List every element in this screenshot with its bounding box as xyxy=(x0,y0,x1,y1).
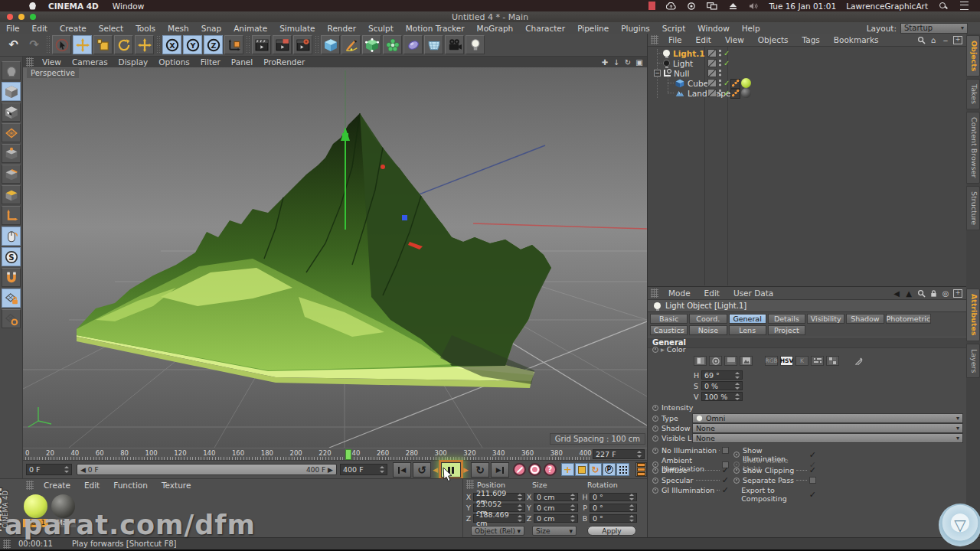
add-camera-button[interactable] xyxy=(445,35,464,54)
object-row-light[interactable]: Light ✓ xyxy=(648,58,966,68)
viewport-canvas[interactable] xyxy=(23,67,647,448)
layer-toggle[interactable] xyxy=(707,79,717,87)
attr-menu-edit[interactable]: Edit xyxy=(697,289,727,298)
tweak-mode-button[interactable] xyxy=(2,227,21,246)
rgb-mode-button[interactable]: RGB xyxy=(765,356,778,366)
menu-edit[interactable]: Edit xyxy=(26,24,54,33)
render-settings-button[interactable] xyxy=(293,35,312,54)
autokeying-button[interactable] xyxy=(528,463,541,476)
enabled-check-icon[interactable]: ✓ xyxy=(724,80,730,87)
visibility-dots[interactable] xyxy=(718,69,722,77)
tab-content-browser[interactable]: Content Browser xyxy=(966,112,980,183)
tab-basic[interactable]: Basic xyxy=(650,314,688,324)
timeline-ruler[interactable]: 0204060801001201401601802002202402602803… xyxy=(23,448,647,460)
general-section-header[interactable]: General xyxy=(648,337,966,348)
edges-mode-button[interactable] xyxy=(2,165,21,184)
color-mixer-icon[interactable] xyxy=(811,356,824,366)
key-parameter-button[interactable]: P xyxy=(603,463,616,476)
om-menu-view[interactable]: View xyxy=(718,35,751,44)
enabled-check-icon[interactable]: ✓ xyxy=(724,60,730,67)
size-z-field[interactable]: 0 cm xyxy=(534,514,578,523)
rotation-b-field[interactable]: 0 ° xyxy=(590,514,637,523)
render-view-button[interactable] xyxy=(252,35,271,54)
displays-icon[interactable] xyxy=(707,2,717,11)
visibility-dots[interactable] xyxy=(718,59,722,67)
workplane-mode-button[interactable] xyxy=(2,123,21,142)
tab-details[interactable]: Details xyxy=(768,314,805,324)
menubar-clock[interactable]: Tue 16 Jan 01:01 xyxy=(769,2,836,11)
last-used-tool-button[interactable] xyxy=(135,35,154,54)
panel-grip[interactable] xyxy=(651,289,658,298)
menu-mograph[interactable]: MoGraph xyxy=(471,24,520,33)
menu-select[interactable]: Select xyxy=(93,24,129,33)
model-mode-button[interactable] xyxy=(2,82,21,101)
gi-illumination-row[interactable]: GI Illumination✓ xyxy=(652,486,729,494)
menu-simulate[interactable]: Simulate xyxy=(273,24,321,33)
undo-button[interactable]: ↶ xyxy=(4,35,23,54)
apple-menu-icon[interactable] xyxy=(29,2,36,10)
visibility-dots[interactable] xyxy=(718,89,722,97)
nvidia-icon[interactable] xyxy=(686,2,697,11)
color-wheel-icon[interactable] xyxy=(709,356,722,366)
tab-objects[interactable]: Objects xyxy=(966,35,980,77)
visibility-dots[interactable] xyxy=(718,79,722,87)
menu-window[interactable]: Window xyxy=(691,24,735,33)
menu-file[interactable]: File xyxy=(0,24,26,33)
object-label[interactable]: Null xyxy=(674,69,689,78)
keyframe-selection-button[interactable]: ? xyxy=(544,463,557,476)
separate-pass-row[interactable]: Separate Pass xyxy=(733,476,816,484)
object-row-cube[interactable]: Cube ✓ xyxy=(648,78,966,88)
tab-shadow[interactable]: Shadow xyxy=(846,314,884,324)
menu-snap[interactable]: Snap xyxy=(195,24,227,33)
layer-toggle[interactable] xyxy=(707,49,717,57)
end-frame-field[interactable]: 400 F xyxy=(340,464,387,475)
polygons-mode-button[interactable] xyxy=(2,185,21,204)
export-compositing-row[interactable]: Export to Compositing✓ xyxy=(733,486,816,503)
object-row-landscape[interactable]: Landscape ✓ xyxy=(648,88,966,98)
panel-grip[interactable] xyxy=(466,480,474,489)
axis-x-lock-button[interactable]: X xyxy=(162,35,181,54)
color-compact-icon[interactable] xyxy=(694,356,707,366)
tab-attributes[interactable]: Attributes xyxy=(966,289,980,341)
attr-menu-user-data[interactable]: User Data xyxy=(727,289,780,298)
materials-menu-create[interactable]: Create xyxy=(37,481,77,490)
menu-sculpt[interactable]: Sculpt xyxy=(362,24,400,33)
target-icon[interactable]: ◎ xyxy=(940,289,951,298)
search-icon[interactable] xyxy=(916,35,926,44)
layer-toggle[interactable] xyxy=(707,59,717,67)
history-back-icon[interactable]: ◀ xyxy=(891,289,902,298)
object-row-light1[interactable]: Light.1 ✓ xyxy=(648,48,966,58)
axis-y-lock-button[interactable]: Y xyxy=(183,35,202,54)
material-tag-icon[interactable] xyxy=(741,78,751,88)
menu-tools[interactable]: Tools xyxy=(129,24,162,33)
position-mode-dropdown[interactable]: Object (Rel)▾ xyxy=(471,526,524,536)
coordinate-system-button[interactable] xyxy=(224,35,243,54)
spotlight-search-icon[interactable] xyxy=(938,2,949,11)
redo-button[interactable]: ↷ xyxy=(24,35,44,54)
jump-to-start-button[interactable]: ◀ xyxy=(393,462,411,478)
type-dropdown[interactable]: Omni▾ xyxy=(692,413,963,423)
anim-dot-icon[interactable] xyxy=(652,425,658,432)
om-menu-file[interactable]: File xyxy=(662,35,689,44)
key-position-button[interactable]: + xyxy=(561,463,574,476)
sculpt-mode-button[interactable] xyxy=(2,61,21,80)
preview-range-slider[interactable]: ◀ 0 F 400 F ▶ xyxy=(77,464,337,475)
materials-menu-texture[interactable]: Texture xyxy=(155,481,198,490)
viewport-pan-icon[interactable]: ✚ xyxy=(600,58,609,67)
key-pla-button[interactable] xyxy=(616,463,629,476)
tab-photometric[interactable]: Photometric xyxy=(886,314,932,324)
snap-toggle-button[interactable] xyxy=(2,268,21,287)
material-tag-icon[interactable] xyxy=(741,88,751,98)
notification-center-icon[interactable] xyxy=(959,2,969,11)
tab-takes[interactable]: Takes xyxy=(966,79,980,109)
layer-toggle[interactable] xyxy=(707,89,717,97)
panel-grip[interactable] xyxy=(651,35,658,44)
workplane-lock-button[interactable] xyxy=(2,289,21,308)
tab-lens[interactable]: Lens xyxy=(729,325,766,335)
tab-structure[interactable]: Structure xyxy=(966,186,980,230)
menu-create[interactable]: Create xyxy=(54,24,93,33)
anim-dot-icon[interactable] xyxy=(652,347,658,353)
key-scale-button[interactable] xyxy=(575,463,588,476)
menu-help[interactable]: Help xyxy=(736,24,766,33)
add-subdivision-surface-button[interactable] xyxy=(362,35,381,54)
